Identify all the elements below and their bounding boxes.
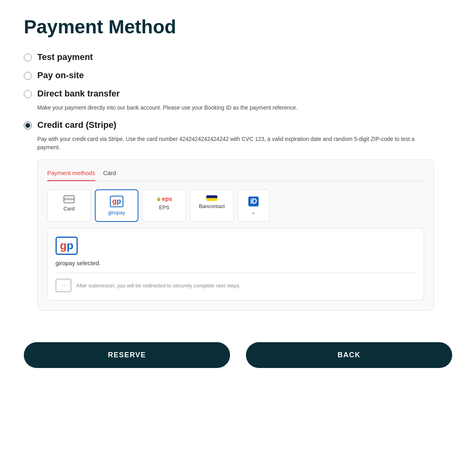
method-bancontact-label: Bancontact: [199, 203, 225, 209]
method-card-label: Card: [63, 206, 75, 212]
method-card-card[interactable]: Card: [47, 189, 91, 222]
redirect-text: After submission, you will be redirected…: [76, 283, 241, 289]
giropay-logo-large: gp: [56, 237, 78, 255]
redirect-icon: [56, 279, 71, 292]
direct-bank-label[interactable]: Direct bank transfer: [37, 89, 120, 99]
selected-method-box: gp giropay selected. After submission, y…: [47, 228, 424, 301]
direct-bank-description: Make your payment directly into our bank…: [37, 104, 434, 112]
method-more-button[interactable]: iD ⌄: [238, 189, 269, 222]
chevron-down-icon: ⌄: [251, 209, 256, 215]
method-giropay-label: giropay: [108, 210, 125, 216]
credit-card-label[interactable]: Credit card (Stripe): [37, 120, 116, 130]
bancontact-icon: [206, 195, 217, 201]
direct-bank-radio[interactable]: [24, 90, 32, 98]
page-title: Payment Method: [24, 16, 452, 38]
selected-method-text: giropay selected.: [56, 260, 416, 266]
method-card-eps[interactable]: 🔒 eps EPS: [142, 189, 186, 222]
credit-card-radio[interactable]: [24, 121, 32, 129]
footer-buttons: RESERVE BACK: [24, 334, 452, 368]
tab-card[interactable]: Card: [103, 170, 116, 181]
back-button[interactable]: BACK: [246, 342, 452, 368]
pay-onsite-radio[interactable]: [24, 72, 32, 80]
tab-payment-methods[interactable]: Payment methods: [47, 170, 95, 181]
credit-card-option: Credit card (Stripe): [24, 120, 452, 130]
test-payment-label[interactable]: Test payment: [37, 52, 93, 62]
credit-card-description: Pay with your credit card via Stripe. Us…: [37, 135, 434, 152]
giropay-logo-small: gp: [110, 196, 123, 207]
reserve-button[interactable]: RESERVE: [24, 342, 230, 368]
card-icon: [63, 195, 75, 203]
pay-onsite-option: Pay on-site: [24, 70, 452, 81]
method-eps-label: EPS: [159, 204, 169, 210]
payment-methods-grid: Card gp giropay 🔒 eps EPS Bancontact iD …: [47, 189, 424, 222]
method-card-giropay[interactable]: gp giropay: [95, 189, 138, 222]
pay-onsite-label[interactable]: Pay on-site: [37, 70, 84, 81]
direct-bank-option: Direct bank transfer: [24, 89, 452, 99]
stripe-tabs: Payment methods Card: [47, 170, 424, 181]
stripe-widget: Payment methods Card Card gp giropay 🔒 e…: [37, 160, 434, 310]
idin-icon: iD: [248, 197, 259, 206]
redirect-info: After submission, you will be redirected…: [56, 273, 416, 292]
test-payment-radio[interactable]: [24, 54, 32, 62]
test-payment-option: Test payment: [24, 52, 452, 62]
eps-icon: 🔒 eps: [156, 195, 172, 202]
method-card-bancontact[interactable]: Bancontact: [190, 189, 234, 222]
